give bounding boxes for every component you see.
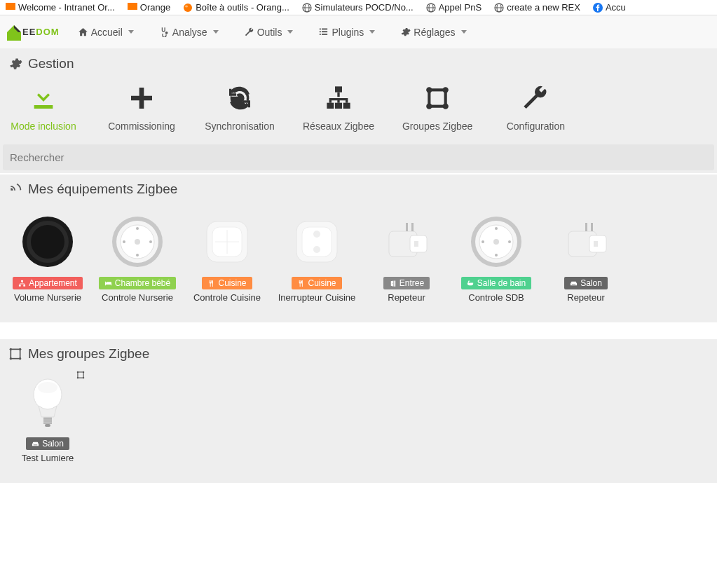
- groups-heading: Mes groupes Zigbee: [0, 339, 717, 369]
- browser-tab[interactable]: Appel PnS: [426, 2, 482, 13]
- gestion-mode-inclusion[interactable]: Mode inclusion: [8, 83, 78, 132]
- svg-point-33: [31, 225, 64, 259]
- stethoscope-icon: [159, 27, 170, 37]
- svg-rect-68: [594, 241, 598, 247]
- svg-point-44: [135, 239, 140, 245]
- gestion-label: Commissioning: [108, 121, 175, 132]
- svg-point-79: [77, 377, 78, 378]
- nav-réglages[interactable]: Réglages: [388, 15, 479, 49]
- location-tag: Cuisine: [292, 277, 341, 289]
- gestion-label: Mode inclusion: [11, 121, 76, 132]
- svg-rect-70: [591, 223, 593, 231]
- browser-tab[interactable]: Welcome - Intranet Or...: [6, 2, 115, 13]
- groups-section: Mes groupes Zigbee Salon Test Lumiere: [0, 339, 717, 483]
- browser-tab-label: Accu: [606, 2, 626, 13]
- svg-rect-56: [406, 223, 408, 231]
- svg-point-30: [443, 104, 449, 109]
- gestion-heading: Gestion: [0, 49, 717, 78]
- svg-point-73: [19, 348, 21, 350]
- svg-point-43: [149, 240, 152, 243]
- device-image: [556, 212, 615, 271]
- equipment-card[interactable]: Salle de bain Controle SDB: [451, 212, 541, 303]
- svg-rect-25: [343, 103, 350, 109]
- browser-tab-label: create a new REX: [507, 2, 580, 13]
- tag-label: Cuisine: [308, 278, 336, 288]
- network-icon: [323, 83, 354, 114]
- tag-label: Chambre bébé: [115, 278, 170, 288]
- location-tag: Salon: [564, 277, 608, 289]
- nav-plugins[interactable]: Plugins: [306, 15, 388, 49]
- device-name: Inerrupteur Cuisine: [278, 292, 356, 303]
- browser-tab[interactable]: create a new REX: [494, 2, 580, 13]
- equipment-card[interactable]: Entree Repeteur: [362, 212, 451, 303]
- svg-point-62: [495, 254, 498, 257]
- gestion-sync[interactable]: Synchronisation: [205, 83, 275, 132]
- nav-label: Réglages: [414, 27, 455, 38]
- svg-point-74: [10, 357, 12, 360]
- equipment-row: Appartement Volume Nurserie Chambre bébé…: [0, 204, 717, 322]
- group-card[interactable]: Salon Test Lumiere: [3, 373, 93, 463]
- location-tag: Salon: [26, 437, 69, 450]
- nav-label: Outils: [257, 27, 282, 38]
- nav-outils[interactable]: Outils: [231, 15, 306, 49]
- tag-label: Salle de bain: [477, 278, 526, 288]
- device-name: Controle SDB: [468, 292, 524, 303]
- svg-point-42: [123, 240, 125, 243]
- svg-rect-84: [43, 418, 52, 420]
- gestion-networks[interactable]: Réseaux Zigbee: [303, 83, 374, 132]
- device-image: [18, 373, 77, 432]
- svg-point-72: [10, 348, 12, 350]
- globe-favicon-icon: [426, 3, 436, 13]
- search-input[interactable]: [3, 144, 714, 170]
- chevron-down-icon: [213, 30, 219, 34]
- nav-analyse[interactable]: Analyse: [146, 15, 231, 49]
- home-icon: [78, 27, 88, 37]
- browser-tab[interactable]: Accu: [593, 2, 626, 13]
- logo-text-ee: EE: [22, 27, 36, 37]
- chevron-down-icon: [287, 30, 293, 34]
- svg-rect-18: [320, 31, 321, 32]
- svg-point-75: [19, 357, 21, 360]
- gestion-label: Groupes Zigbee: [402, 121, 472, 132]
- browser-tab[interactable]: Orange: [128, 2, 170, 13]
- device-name: Repeteur: [388, 292, 425, 303]
- equipment-card[interactable]: Appartement Volume Nurserie: [3, 212, 93, 303]
- svg-point-77: [77, 371, 78, 373]
- orange-favicon-icon: [6, 3, 15, 13]
- chevron-down-icon: [369, 30, 375, 34]
- equipment-card[interactable]: Chambre bébé Controle Nurserie: [93, 212, 182, 303]
- equipment-card[interactable]: Salon Repeteur: [541, 212, 631, 303]
- couch-icon: [570, 280, 578, 287]
- gear-icon: [8, 57, 22, 71]
- list-icon: [318, 27, 329, 37]
- browser-tab[interactable]: Simulateurs POCD/No...: [302, 2, 414, 13]
- equipment-card[interactable]: Cuisine Inerrupteur Cuisine: [272, 212, 362, 303]
- browser-tab-label: Orange: [140, 2, 170, 13]
- svg-point-5: [185, 5, 188, 7]
- nav-label: Plugins: [332, 27, 364, 38]
- jeedom-logo[interactable]: EEDOM: [0, 22, 65, 42]
- svg-point-63: [482, 240, 484, 243]
- svg-rect-20: [320, 34, 321, 35]
- gestion-title: Gestion: [28, 56, 74, 71]
- nav-items: AccueilAnalyseOutilsPluginsRéglages: [65, 15, 479, 49]
- svg-rect-17: [322, 29, 327, 30]
- group-icon: [8, 347, 22, 361]
- svg-point-4: [184, 4, 192, 12]
- gestion-config[interactable]: Configuration: [500, 83, 571, 132]
- chevron-down-icon: [128, 30, 134, 34]
- gestion-commissioning[interactable]: Commissioning: [107, 83, 177, 132]
- equipment-card[interactable]: Cuisine Controle Cuisine: [182, 212, 272, 303]
- bath-icon: [467, 280, 474, 287]
- gestion-groups[interactable]: Groupes Zigbee: [402, 83, 472, 132]
- browser-tab[interactable]: Boîte à outils - Orang...: [183, 2, 289, 13]
- browser-tabs-bar: Welcome - Intranet Or... Orange Boîte à …: [0, 0, 717, 15]
- svg-rect-1: [6, 10, 15, 13]
- svg-rect-55: [414, 241, 418, 247]
- svg-rect-85: [43, 421, 52, 422]
- groups-row: Salon Test Lumiere: [0, 369, 717, 483]
- nav-accueil[interactable]: Accueil: [65, 15, 146, 49]
- location-tag: Entree: [383, 277, 430, 289]
- svg-rect-22: [335, 86, 342, 92]
- svg-point-61: [495, 227, 498, 230]
